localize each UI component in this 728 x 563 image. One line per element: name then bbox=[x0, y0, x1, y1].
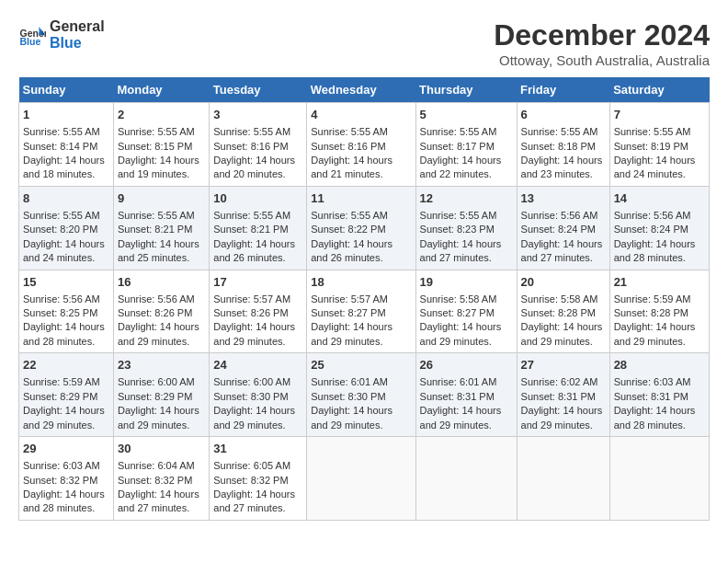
calendar-day-22: 22Sunrise: 5:59 AMSunset: 8:29 PMDayligh… bbox=[19, 353, 114, 437]
calendar-week-4: 22Sunrise: 5:59 AMSunset: 8:29 PMDayligh… bbox=[19, 353, 710, 437]
logo-icon: General Blue bbox=[18, 21, 46, 49]
calendar-day-15: 15Sunrise: 5:56 AMSunset: 8:25 PMDayligh… bbox=[19, 270, 114, 353]
calendar-day-29: 29Sunrise: 6:03 AMSunset: 8:32 PMDayligh… bbox=[19, 437, 114, 521]
header-row: Sunday Monday Tuesday Wednesday Thursday… bbox=[19, 77, 710, 103]
empty-day bbox=[415, 437, 517, 521]
calendar-body: 1Sunrise: 5:55 AMSunset: 8:14 PMDaylight… bbox=[19, 103, 710, 521]
calendar-day-14: 14Sunrise: 5:56 AMSunset: 8:24 PMDayligh… bbox=[609, 186, 709, 270]
calendar-day-2: 2Sunrise: 5:55 AMSunset: 8:15 PMDaylight… bbox=[113, 103, 209, 187]
logo-general: General bbox=[50, 18, 105, 35]
header-monday: Monday bbox=[113, 77, 209, 103]
calendar-day-1: 1Sunrise: 5:55 AMSunset: 8:14 PMDaylight… bbox=[19, 103, 114, 187]
calendar-day-27: 27Sunrise: 6:02 AMSunset: 8:31 PMDayligh… bbox=[517, 353, 609, 437]
logo-blue: Blue bbox=[50, 35, 105, 52]
calendar-day-26: 26Sunrise: 6:01 AMSunset: 8:31 PMDayligh… bbox=[415, 353, 517, 437]
calendar-day-31: 31Sunrise: 6:05 AMSunset: 8:32 PMDayligh… bbox=[210, 437, 307, 521]
calendar-day-20: 20Sunrise: 5:58 AMSunset: 8:28 PMDayligh… bbox=[517, 270, 609, 353]
header-saturday: Saturday bbox=[609, 77, 709, 103]
calendar-day-8: 8Sunrise: 5:55 AMSunset: 8:20 PMDaylight… bbox=[19, 186, 114, 270]
header-sunday: Sunday bbox=[19, 77, 114, 103]
calendar-day-24: 24Sunrise: 6:00 AMSunset: 8:30 PMDayligh… bbox=[210, 353, 307, 437]
main-title: December 2024 bbox=[494, 18, 710, 52]
calendar-day-21: 21Sunrise: 5:59 AMSunset: 8:28 PMDayligh… bbox=[609, 270, 709, 353]
calendar-day-9: 9Sunrise: 5:55 AMSunset: 8:21 PMDaylight… bbox=[113, 186, 209, 270]
calendar-day-12: 12Sunrise: 5:55 AMSunset: 8:23 PMDayligh… bbox=[415, 186, 517, 270]
header-thursday: Thursday bbox=[415, 77, 517, 103]
header-friday: Friday bbox=[517, 77, 609, 103]
calendar-week-3: 15Sunrise: 5:56 AMSunset: 8:25 PMDayligh… bbox=[19, 270, 710, 353]
calendar-day-3: 3Sunrise: 5:55 AMSunset: 8:16 PMDaylight… bbox=[210, 103, 307, 187]
calendar-week-1: 1Sunrise: 5:55 AMSunset: 8:14 PMDaylight… bbox=[19, 103, 710, 187]
calendar-week-5: 29Sunrise: 6:03 AMSunset: 8:32 PMDayligh… bbox=[19, 437, 710, 521]
calendar-day-5: 5Sunrise: 5:55 AMSunset: 8:17 PMDaylight… bbox=[415, 103, 517, 187]
calendar-day-25: 25Sunrise: 6:01 AMSunset: 8:30 PMDayligh… bbox=[307, 353, 415, 437]
calendar-day-23: 23Sunrise: 6:00 AMSunset: 8:29 PMDayligh… bbox=[113, 353, 209, 437]
header-tuesday: Tuesday bbox=[210, 77, 307, 103]
calendar-day-4: 4Sunrise: 5:55 AMSunset: 8:16 PMDaylight… bbox=[307, 103, 415, 187]
calendar-day-28: 28Sunrise: 6:03 AMSunset: 8:31 PMDayligh… bbox=[609, 353, 709, 437]
subtitle: Ottoway, South Australia, Australia bbox=[494, 52, 710, 68]
calendar-day-11: 11Sunrise: 5:55 AMSunset: 8:22 PMDayligh… bbox=[307, 186, 415, 270]
header-wednesday: Wednesday bbox=[307, 77, 415, 103]
calendar-day-30: 30Sunrise: 6:04 AMSunset: 8:32 PMDayligh… bbox=[113, 437, 209, 521]
empty-day bbox=[307, 437, 415, 521]
calendar-table: Sunday Monday Tuesday Wednesday Thursday… bbox=[18, 77, 710, 521]
calendar-day-10: 10Sunrise: 5:55 AMSunset: 8:21 PMDayligh… bbox=[210, 186, 307, 270]
logo: General Blue General Blue bbox=[18, 18, 105, 51]
calendar-day-18: 18Sunrise: 5:57 AMSunset: 8:27 PMDayligh… bbox=[307, 270, 415, 353]
title-area: December 2024 Ottoway, South Australia, … bbox=[494, 18, 710, 68]
empty-day bbox=[517, 437, 609, 521]
calendar-day-17: 17Sunrise: 5:57 AMSunset: 8:26 PMDayligh… bbox=[210, 270, 307, 353]
calendar-day-16: 16Sunrise: 5:56 AMSunset: 8:26 PMDayligh… bbox=[113, 270, 209, 353]
empty-day bbox=[609, 437, 709, 521]
page-header: General Blue General Blue December 2024 … bbox=[18, 18, 710, 68]
calendar-day-13: 13Sunrise: 5:56 AMSunset: 8:24 PMDayligh… bbox=[517, 186, 609, 270]
calendar-week-2: 8Sunrise: 5:55 AMSunset: 8:20 PMDaylight… bbox=[19, 186, 710, 270]
calendar-day-19: 19Sunrise: 5:58 AMSunset: 8:27 PMDayligh… bbox=[415, 270, 517, 353]
calendar-header: Sunday Monday Tuesday Wednesday Thursday… bbox=[19, 77, 710, 103]
svg-text:Blue: Blue bbox=[20, 35, 41, 46]
calendar-day-7: 7Sunrise: 5:55 AMSunset: 8:19 PMDaylight… bbox=[609, 103, 709, 187]
calendar-day-6: 6Sunrise: 5:55 AMSunset: 8:18 PMDaylight… bbox=[517, 103, 609, 187]
